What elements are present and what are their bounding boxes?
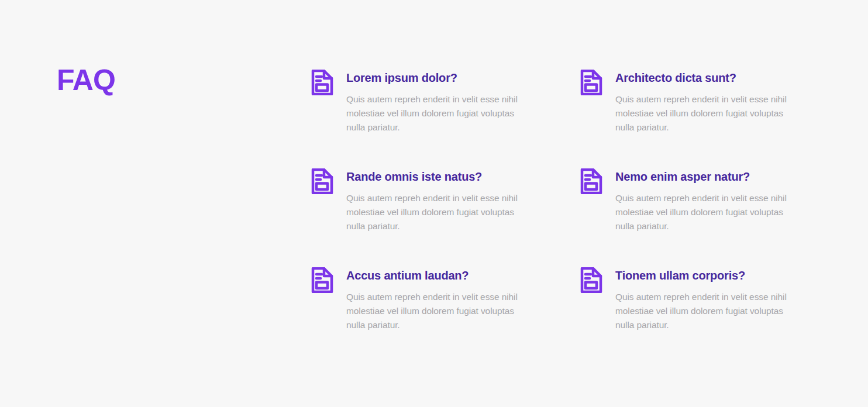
faq-question: Tionem ullam corporis? <box>615 268 798 283</box>
faq-item: Rande omnis iste natus? Quis autem repre… <box>310 168 579 233</box>
document-icon <box>579 267 602 293</box>
faq-answer: Quis autem repreh enderit in velit esse … <box>346 290 529 332</box>
faq-item: Lorem ipsum dolor? Quis autem repreh end… <box>310 70 579 134</box>
faq-content: Architecto dicta sunt? Quis autem repreh… <box>615 70 798 134</box>
faq-grid: Lorem ipsum dolor? Quis autem repreh end… <box>310 70 848 332</box>
faq-answer: Quis autem repreh enderit in velit esse … <box>615 92 798 134</box>
document-icon <box>579 168 602 194</box>
faq-content: Rande omnis iste natus? Quis autem repre… <box>346 168 529 233</box>
faq-answer: Quis autem repreh enderit in velit esse … <box>615 191 798 233</box>
faq-item: Accus antium laudan? Quis autem repreh e… <box>310 267 579 332</box>
document-icon <box>579 70 602 95</box>
faq-question: Architecto dicta sunt? <box>615 70 798 85</box>
faq-question: Rande omnis iste natus? <box>346 169 529 184</box>
faq-item: Nemo enim asper natur? Quis autem repreh… <box>579 168 848 233</box>
faq-content: Nemo enim asper natur? Quis autem repreh… <box>615 168 798 233</box>
faq-answer: Quis autem repreh enderit in velit esse … <box>615 290 798 332</box>
faq-item: Architecto dicta sunt? Quis autem repreh… <box>579 70 848 134</box>
faq-question: Accus antium laudan? <box>346 268 529 283</box>
document-icon <box>310 267 333 293</box>
faq-content: Tionem ullam corporis? Quis autem repreh… <box>615 267 798 332</box>
document-icon <box>310 70 333 95</box>
page-title: FAQ <box>57 65 115 95</box>
faq-content: Accus antium laudan? Quis autem repreh e… <box>346 267 529 332</box>
faq-question: Nemo enim asper natur? <box>615 169 798 184</box>
faq-content: Lorem ipsum dolor? Quis autem repreh end… <box>346 70 529 134</box>
faq-answer: Quis autem repreh enderit in velit esse … <box>346 191 529 233</box>
faq-question: Lorem ipsum dolor? <box>346 70 529 85</box>
document-icon <box>310 168 333 194</box>
faq-answer: Quis autem repreh enderit in velit esse … <box>346 92 529 134</box>
faq-item: Tionem ullam corporis? Quis autem repreh… <box>579 267 848 332</box>
